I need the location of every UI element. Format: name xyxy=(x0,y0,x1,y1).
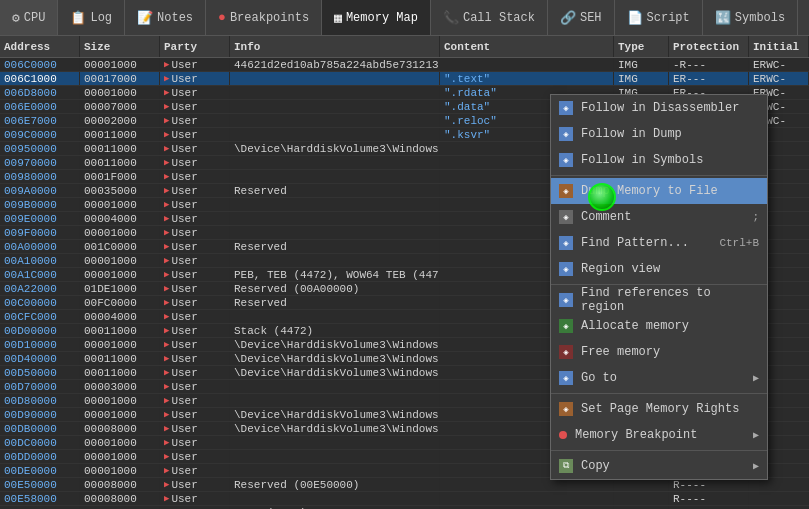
log-icon: 📋 xyxy=(70,10,86,26)
cell-address: 00D90000 xyxy=(0,408,80,421)
cell-info: \Device\HarddiskVolume3\Windows\ xyxy=(230,408,440,421)
cell-address: 00970000 xyxy=(0,156,80,169)
cell-party: ▶ User xyxy=(160,58,230,71)
cell-info: Reserved xyxy=(230,296,440,309)
cell-info xyxy=(230,100,440,113)
menu-item-comment[interactable]: ◈ Comment ; xyxy=(551,204,767,230)
cell-party: ▶ User xyxy=(160,198,230,211)
cell-party: ▶ User xyxy=(160,100,230,113)
menu-item-free-memory[interactable]: ◈ Free memory xyxy=(551,339,767,365)
cell-initial: ERWC- xyxy=(749,72,809,85)
menu-item-find-pattern[interactable]: ◈ Find Pattern... Ctrl+B xyxy=(551,230,767,256)
cell-address: 00A10000 xyxy=(0,254,80,267)
cell-info: \Device\HarddiskVolume3\Windows\ xyxy=(230,338,440,351)
cell-address: 00980000 xyxy=(0,170,80,183)
menu-item-region-view[interactable]: ◈ Region view xyxy=(551,256,767,282)
cell-address: 00950000 xyxy=(0,142,80,155)
follow-disasm-icon: ◈ xyxy=(559,101,573,115)
cell-party: ▶ User xyxy=(160,338,230,351)
memory-map-icon: ▦ xyxy=(334,10,342,26)
cell-party: ▶ User xyxy=(160,170,230,183)
cell-address: 00D40000 xyxy=(0,352,80,365)
cell-address: 00C00000 xyxy=(0,296,80,309)
tab-memory-map-label: Memory Map xyxy=(346,11,418,25)
tab-symbols[interactable]: 🔣 Symbols xyxy=(703,0,798,35)
menu-item-follow-disasm[interactable]: ◈ Follow in Disassembler xyxy=(551,95,767,121)
menu-item-allocate-memory[interactable]: ◈ Allocate memory xyxy=(551,313,767,339)
cell-info: PEB, TEB (4472), WOW64 TEB (4472 xyxy=(230,268,440,281)
cell-size: 00001000 xyxy=(80,268,160,281)
cell-address: 009C0000 xyxy=(0,128,80,141)
cell-party: ▶ User xyxy=(160,380,230,393)
menu-item-dump-to-file[interactable]: ◈ Dump Memory to File xyxy=(551,178,767,204)
cell-address: 006C1000 xyxy=(0,72,80,85)
cell-size: 00011000 xyxy=(80,156,160,169)
menu-item-go-to[interactable]: ◈ Go to ▶ xyxy=(551,365,767,391)
menu-item-copy[interactable]: ⧉ Copy ▶ xyxy=(551,453,767,479)
call-stack-icon: 📞 xyxy=(443,10,459,26)
cell-size: 00001000 xyxy=(80,436,160,449)
cell-size: 00002000 xyxy=(80,114,160,127)
table-row[interactable]: 006C1000 00017000 ▶ User ".text" IMG ER-… xyxy=(0,72,809,86)
follow-dump-icon: ◈ xyxy=(559,127,573,141)
cell-address: 009B0000 xyxy=(0,198,80,211)
menu-item-find-refs[interactable]: ◈ Find references to region xyxy=(551,287,767,313)
table-row[interactable]: 006C0000 00001000 ▶ User 44621d2ed10ab78… xyxy=(0,58,809,72)
cell-size: 00001000 xyxy=(80,408,160,421)
cell-address: 00D10000 xyxy=(0,338,80,351)
tab-script[interactable]: 📄 Script xyxy=(615,0,703,35)
cell-address: 006E0000 xyxy=(0,100,80,113)
cell-info xyxy=(230,492,440,505)
tab-memory-map[interactable]: ▦ Memory Map xyxy=(322,0,431,35)
cell-address: 009F0000 xyxy=(0,226,80,239)
menu-item-memory-breakpoint[interactable]: Memory Breakpoint ▶ xyxy=(551,422,767,448)
table-row[interactable]: 00E50000 00008000 ▶ User Reserved (00E50… xyxy=(0,478,809,492)
tab-call-stack[interactable]: 📞 Call Stack xyxy=(431,0,548,35)
cell-party: ▶ User xyxy=(160,366,230,379)
cell-info: \Device\HarddiskVolume3\Windows\ xyxy=(230,352,440,365)
cell-party: ▶ User xyxy=(160,142,230,155)
menu-item-set-page-rights[interactable]: ◈ Set Page Memory Rights xyxy=(551,396,767,422)
menu-item-follow-symbols[interactable]: ◈ Follow in Symbols xyxy=(551,147,767,173)
cell-address: 00DB0000 xyxy=(0,422,80,435)
cell-size: 00004000 xyxy=(80,310,160,323)
cell-party: ▶ User xyxy=(160,352,230,365)
tab-seh[interactable]: 🔗 SEH xyxy=(548,0,615,35)
cell-size: 00008000 xyxy=(80,492,160,505)
cell-info xyxy=(230,380,440,393)
cell-party: ▶ User xyxy=(160,296,230,309)
cpu-icon: ⚙ xyxy=(12,10,20,26)
table-row[interactable]: 00E58000 00008000 ▶ User R---- xyxy=(0,492,809,506)
cell-address: 00DC0000 xyxy=(0,436,80,449)
cell-info: \Device\HarddiskVolume3\Windows\ xyxy=(230,422,440,435)
col-header-content: Content xyxy=(440,36,614,57)
cell-info xyxy=(230,310,440,323)
menu-separator xyxy=(551,175,767,176)
copy-icon: ⧉ xyxy=(559,459,573,473)
notes-icon: 📝 xyxy=(137,10,153,26)
cell-size: 00001000 xyxy=(80,394,160,407)
menu-label-allocate-memory: Allocate memory xyxy=(581,319,759,333)
menu-item-follow-dump[interactable]: ◈ Follow in Dump xyxy=(551,121,767,147)
go-to-icon: ◈ xyxy=(559,371,573,385)
cell-size: 0001F000 xyxy=(80,170,160,183)
cell-party: ▶ User xyxy=(160,114,230,127)
tab-breakpoints[interactable]: ● Breakpoints xyxy=(206,0,322,35)
tab-notes[interactable]: 📝 Notes xyxy=(125,0,206,35)
cell-info xyxy=(230,254,440,267)
cell-party: ▶ User xyxy=(160,226,230,239)
cell-initial xyxy=(749,492,809,505)
cell-size: 00001000 xyxy=(80,450,160,463)
menu-label-comment: Comment xyxy=(581,210,744,224)
cell-info: Reserved (00E50000) xyxy=(230,478,440,491)
col-header-size: Size xyxy=(80,36,160,57)
menu-label-free-memory: Free memory xyxy=(581,345,759,359)
tab-cpu[interactable]: ⚙ CPU xyxy=(0,0,58,35)
cell-info: \Device\HarddiskVolume3\Windows\ xyxy=(230,366,440,379)
cell-info xyxy=(230,156,440,169)
cell-protection: R---- xyxy=(669,492,749,505)
cell-address: 00D00000 xyxy=(0,324,80,337)
breakpoints-icon: ● xyxy=(218,10,226,25)
cell-size: 00017000 xyxy=(80,72,160,85)
tab-log[interactable]: 📋 Log xyxy=(58,0,125,35)
